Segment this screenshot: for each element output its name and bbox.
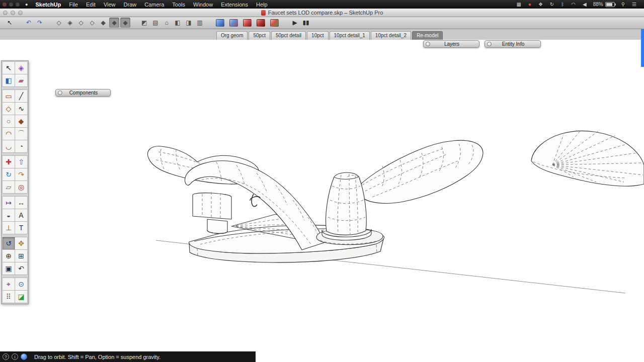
menu-draw[interactable]: Draw	[120, 2, 141, 8]
entity-info-collapse-icon[interactable]	[487, 42, 492, 46]
tool-two-point-arc[interactable]: ⌒	[15, 127, 28, 140]
layers-collapse-icon[interactable]	[426, 42, 430, 46]
tool-three-point-arc[interactable]: ◡	[2, 140, 15, 153]
redo-button[interactable]: ↷	[35, 18, 45, 28]
menu-extensions[interactable]: Extensions	[217, 2, 252, 8]
play-animation-button[interactable]: ▶	[290, 18, 300, 28]
view-left-button[interactable]: ▥	[195, 18, 205, 28]
apple-menu-icon[interactable]: ●	[20, 2, 31, 7]
mission-control-icon[interactable]: ▦	[513, 2, 524, 7]
style-wireframe-button[interactable]: ◇	[76, 18, 86, 28]
menu-help[interactable]: Help	[252, 2, 272, 8]
menu-sketchup[interactable]: SketchUp	[31, 2, 65, 8]
style-hidden-line-button[interactable]: ◇	[87, 18, 97, 28]
select-tool-button[interactable]: ↖	[5, 18, 15, 28]
notification-center-icon[interactable]: ☰	[628, 2, 640, 7]
status-info-icon[interactable]: i	[12, 353, 18, 360]
tool-freehand[interactable]: ∿	[15, 102, 28, 115]
tool-axes[interactable]: ⊥	[2, 221, 15, 234]
battery-indicator[interactable]: 88%	[590, 2, 618, 7]
scene-tab-10pct-detail-1[interactable]: 10pct detail_1	[330, 31, 370, 40]
view-right-button[interactable]: ◧	[173, 18, 183, 28]
tool-offset[interactable]: ◎	[15, 180, 28, 194]
red-app-icon[interactable]: ●	[525, 2, 535, 7]
tool-rectangle[interactable]: ▭	[2, 89, 15, 103]
ext-cube-blue-button[interactable]	[214, 17, 226, 28]
scene-tab-re-model[interactable]: Re-model	[412, 31, 443, 40]
tool-line[interactable]: ╱	[15, 89, 28, 103]
scene-tab-org-geom[interactable]: Org geom	[216, 31, 248, 40]
tool-protractor[interactable]: ◒	[2, 209, 15, 222]
wifi-icon[interactable]: ◠	[568, 2, 579, 7]
bluetooth-icon[interactable]: ᛒ	[557, 2, 568, 7]
viewport[interactable]: ↖◈◧▰▭╱◇∿○◆◠⌒◡◔✚⇧↻↷▱◎↦↔◒A⊥T↺✥⊕⊞▣↶⌖⊙⠿◪ Com…	[0, 40, 644, 351]
menu-camera[interactable]: Camera	[140, 2, 168, 8]
sync-icon[interactable]: ↻	[546, 2, 557, 7]
style-monochrome-button[interactable]: ◆	[120, 18, 130, 28]
style-xray-button[interactable]: ◇	[54, 18, 64, 28]
status-geo-icon[interactable]	[21, 353, 27, 360]
palette-row: ↻↷	[2, 168, 28, 181]
tool-3d-text[interactable]: T	[15, 221, 28, 234]
status-question-icon[interactable]: ?	[3, 353, 9, 360]
view-iso-button[interactable]: ◩	[139, 18, 149, 28]
spotlight-icon[interactable]: ⚲	[618, 2, 628, 7]
tool-zoom-window[interactable]: ⊞	[15, 249, 28, 262]
components-panel-header[interactable]: Components	[55, 89, 111, 97]
menu-file[interactable]: File	[65, 2, 82, 8]
tool-section-plane[interactable]: ◪	[15, 290, 28, 303]
ext-cube-blue-red-button[interactable]	[227, 17, 240, 28]
pause-animation-button[interactable]: ▮▮	[301, 18, 311, 28]
tool-orbit[interactable]: ↺	[2, 237, 15, 250]
tool-eraser[interactable]: ▰	[15, 74, 28, 87]
tool-pie[interactable]: ◔	[15, 140, 28, 153]
tool-circle[interactable]: ○	[2, 115, 15, 128]
ext-cube-red-green-button[interactable]	[268, 17, 281, 28]
tool-dimensions[interactable]: ↔	[15, 196, 28, 209]
tool-arc[interactable]: ◠	[2, 127, 15, 140]
tool-zoom-extents[interactable]: ▣	[2, 262, 15, 275]
menu-view[interactable]: View	[100, 2, 120, 8]
tool-pan[interactable]: ✥	[15, 237, 28, 250]
tool-select[interactable]: ↖	[2, 61, 15, 74]
tool-tape-measure[interactable]: ↦	[2, 196, 15, 209]
tool-zoom[interactable]: ⊕	[2, 249, 15, 262]
volume-icon[interactable]: ◀	[579, 2, 590, 7]
tool-push-pull[interactable]: ⇧	[15, 155, 28, 168]
components-collapse-icon[interactable]	[58, 90, 62, 95]
undo-button[interactable]: ↶	[24, 18, 34, 28]
entity-info-panel-header[interactable]: Entity Info	[485, 40, 541, 48]
tool-make-component[interactable]: ◈	[15, 61, 28, 74]
tool-polygon[interactable]: ◆	[15, 115, 28, 128]
tool-walk[interactable]: ⠿	[2, 290, 15, 303]
ext-component-red-button[interactable]	[241, 17, 254, 28]
tool-rotated-rectangle[interactable]: ◇	[2, 102, 15, 115]
menu-window[interactable]: Window	[189, 2, 217, 8]
title-bar[interactable]: Faucet sets LOD compare.skp – SketchUp P…	[0, 9, 644, 17]
style-back-edges-button[interactable]: ◈	[65, 18, 75, 28]
view-back-button[interactable]: ◨	[184, 18, 194, 28]
tool-scale[interactable]: ▱	[2, 180, 15, 194]
ext-cube-dark-red-button[interactable]	[255, 17, 267, 28]
style-shaded-textures-button[interactable]: ◆	[109, 18, 119, 28]
menu-edit[interactable]: Edit	[82, 2, 100, 8]
tool-look-around[interactable]: ⊙	[15, 278, 28, 291]
toolbar-group: ↖	[4, 18, 15, 28]
tool-position-camera[interactable]: ⌖	[2, 278, 15, 291]
tool-paint-bucket[interactable]: ◧	[2, 74, 15, 87]
dropbox-icon[interactable]: ❖	[535, 2, 546, 7]
scene-tab-10pct-detail-2[interactable]: 10pct detail_2	[371, 31, 411, 40]
scene-tab-50pct[interactable]: 50pct	[249, 31, 270, 40]
layers-panel-header[interactable]: Layers	[423, 40, 479, 48]
scene-tab-50pct-detail[interactable]: 50pct detail	[271, 31, 306, 40]
tool-follow-me[interactable]: ↷	[15, 168, 28, 181]
tool-previous[interactable]: ↶	[15, 262, 28, 275]
tool-text[interactable]: A	[15, 209, 28, 222]
view-top-button[interactable]: ▤	[150, 18, 160, 28]
style-shaded-button[interactable]: ◆	[98, 18, 108, 28]
menu-tools[interactable]: Tools	[168, 2, 189, 8]
tool-move[interactable]: ✚	[2, 155, 15, 168]
tool-rotate[interactable]: ↻	[2, 168, 15, 181]
view-front-button[interactable]: ⌂	[162, 18, 172, 28]
scene-tab-10pct[interactable]: 10pct	[307, 31, 328, 40]
